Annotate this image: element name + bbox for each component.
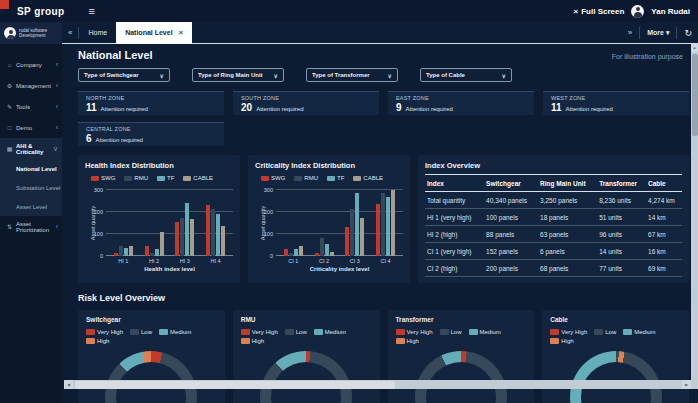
risk-card-title: Transformer [396,316,527,323]
criticality-index-chart-panel: Criticality Index DistributionSWGRMUTFCA… [248,155,410,283]
chevron-left-icon: ‹ [56,103,58,110]
legend-swatch [440,329,449,335]
sidebar-menu: ⌂Company‹⚙Management‹✎Tools‹□Demo‹▦AHI &… [0,54,62,237]
chevron-left-icon: ‹ [56,82,58,89]
vertical-scroll-thumb[interactable] [692,54,698,136]
legend-swatch [91,176,99,181]
more-menu-button[interactable]: More ▾ [647,29,669,37]
vertical-scrollbar[interactable]: ▲ ▼ [691,44,698,389]
filter-type-of-ring-main-unit[interactable]: Type of Ring Main Unit∨ [192,68,284,82]
legend-label: Medium [325,329,346,335]
sidebar-item-asset-prioritization[interactable]: ⇅Asset Prioritization‹ [0,216,62,237]
zone-name: CENTRAL ZONE [86,126,216,132]
scroll-left-arrow-icon[interactable]: ◀ [64,380,73,389]
prioritization-icon: ⇅ [6,223,13,230]
table-row: CI 1 (very high)152 panels6 panels14 uni… [425,243,682,260]
bar-cable [360,218,364,257]
y-tick: 200 [264,209,273,215]
refresh-icon[interactable]: ↻ [684,28,692,38]
table-cell: 6 panels [538,248,597,255]
filter-type-of-transformer[interactable]: Type of Transformer∨ [306,68,398,82]
more-label: More [647,29,664,36]
tab-close-icon[interactable]: × [179,29,184,37]
zone-value: 20 [241,102,252,113]
y-axis-label: Asset quantity [85,190,93,256]
table-title: Index Overview [425,161,682,175]
user-avatar[interactable] [631,5,644,18]
tab-scroll-right-icon[interactable]: » [628,29,632,37]
table-cell: 8,236 units [597,197,646,204]
tab-scroll-left-icon[interactable]: « [68,29,72,37]
table-row: Total quantity40,340 panels3,250 panels8… [425,192,682,209]
horizontal-scroll-thumb[interactable] [75,381,395,389]
sidebar-item-ahi-criticality[interactable]: ▦AHI & Criticality∨ [0,138,62,159]
legend-item-medium: Medium [314,329,346,335]
legend-item-very-high: Very High [396,329,433,335]
fullscreen-icon: × [574,7,579,16]
sidebar-item-national-level[interactable]: National Level [0,159,62,178]
chevron-down-icon: ∨ [502,72,506,79]
risk-card-title: RMU [241,316,372,323]
bar-group-hi-4 [206,205,225,256]
scroll-up-icon[interactable]: ▲ [691,44,698,52]
risk-legend: Very HighLowMediumHigh [550,329,672,344]
sidebar-item-substation-level[interactable]: Substation Level [0,178,62,197]
bar-tf [386,197,390,256]
zone-cards: NORTH ZONE11Attention requiredSOUTH ZONE… [78,91,689,146]
legend-swatch [241,338,250,344]
y-tick: 100 [264,231,273,237]
bar-group-ci-2 [315,238,334,256]
bar-swg [284,249,288,256]
sidebar-item-asset-level[interactable]: Asset Level [0,197,62,216]
filter-type-of-switchgear[interactable]: Type of Switchgear∨ [78,68,170,82]
scroll-right-arrow-icon[interactable]: ▶ [682,380,691,389]
bar-rmu [381,193,385,256]
tab-label: National Level [125,29,172,36]
legend-swatch [183,176,191,181]
divider [676,27,677,39]
user-name[interactable]: Yan Rudai [651,7,690,16]
legend-item-very-high: Very High [550,329,587,335]
zone-suffix: Attention required [96,137,143,143]
table-cell: 200 panels [484,265,538,272]
legend-label: RMU [134,175,148,181]
sidebar-group-ahi-criticality: ▦AHI & Criticality∨National LevelSubstat… [0,138,62,216]
legend-item-medium: Medium [469,329,501,335]
sidebar-item-tools[interactable]: ✎Tools‹ [0,96,62,117]
hamburger-menu-icon[interactable]: ≡ [88,6,94,17]
zone-card-south-zone: SOUTH ZONE20Attention required [233,91,379,115]
scrollbar-corner [691,380,698,389]
sidebar-item-management[interactable]: ⚙Management‹ [0,75,62,96]
x-tick: HI 3 [175,258,194,264]
bar-groups [106,190,233,256]
chevron-left-icon: ‹ [56,223,58,230]
bar-cable [190,219,194,256]
legend-label: Low [296,329,307,335]
legend-item-high: High [550,338,573,344]
legend-label: High [561,338,573,344]
table-row: HI 2 (high)88 panels63 panels96 units67 … [425,226,682,243]
main-content: National Level For illustration purpose … [62,44,691,403]
legend-swatch [396,329,405,335]
fullscreen-button[interactable]: × Full Screen [574,7,625,16]
tab-strip: rudal software Development « Home Nation… [0,22,698,44]
x-axis-label: Criticality index level [276,266,403,272]
legend-swatch [86,329,95,335]
column-header-index: Index [425,180,484,187]
filter-label: Type of Switchgear [84,72,139,78]
sidebar-item-demo[interactable]: □Demo‹ [0,117,62,138]
x-tick: HI 2 [145,258,164,264]
horizontal-scrollbar[interactable]: ◀ ▶ [64,380,691,389]
bar-tf [124,248,128,256]
table-cell: 69 km [646,265,682,272]
legend-label: Very High [407,329,433,335]
building-icon: ⌂ [6,62,13,68]
bar-groups [276,190,403,256]
tab-home[interactable]: Home [85,29,110,36]
sidebar-item-label: AHI & Criticality [16,143,50,155]
sidebar-item-company[interactable]: ⌂Company‹ [0,54,62,75]
health-index-chart-panel: Health Index DistributionSWGRMUTFCABLEAs… [78,155,240,283]
filter-type-of-cable[interactable]: Type of Cable∨ [420,68,512,82]
bar-tf [355,193,359,256]
tab-national-level[interactable]: National Level × [116,22,192,44]
